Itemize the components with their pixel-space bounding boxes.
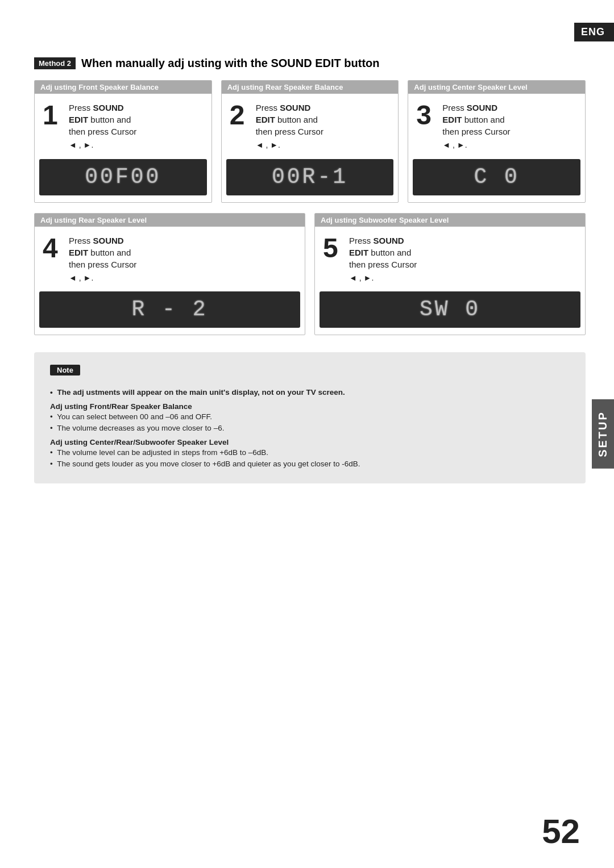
note-title: Note <box>50 365 80 375</box>
card4-body: 4 Press SOUND EDIT button and then press… <box>35 227 305 287</box>
card-front-speaker-balance: Adj usting Front Speaker Balance 1 Press… <box>34 80 212 203</box>
grid-row-2: Adj usting Rear Speaker Level 4 Press SO… <box>34 213 586 336</box>
card2-header: Adj usting Rear Speaker Balance <box>222 81 399 94</box>
card3-sound-bold: SOUND <box>467 103 497 112</box>
card4-cursor: ◄ , ►. <box>69 273 136 284</box>
card4-header: Adj usting Rear Speaker Level <box>35 214 305 227</box>
eng-badge: ENG <box>574 23 614 41</box>
card5-display: SW 0 <box>320 291 580 328</box>
card-center-speaker-level: Adj usting Center Speaker Level 3 Press … <box>408 80 586 203</box>
note-s1-b1: • You can select between 00 and –06 and … <box>50 412 570 421</box>
card5-cursor: ◄ , ►. <box>349 273 417 284</box>
card1-header: Adj usting Front Speaker Balance <box>35 81 211 94</box>
card2-edit-bold: EDIT <box>256 115 275 124</box>
card3-text: Press SOUND EDIT button and then press C… <box>442 102 510 151</box>
setup-badge: SETUP <box>592 399 614 469</box>
card3-display-text: C 0 <box>474 166 519 188</box>
card4-sound-bold: SOUND <box>93 236 124 245</box>
card1-cursor: ◄ , ►. <box>69 140 136 151</box>
card5-sound-bold: SOUND <box>374 236 404 245</box>
card1-display: 00F00 <box>39 159 207 195</box>
card4-step: 4 <box>43 235 63 262</box>
note-s1-b2: • The volume decreases as you move close… <box>50 424 570 432</box>
page-number: 52 <box>542 812 580 851</box>
card1-display-text: 00F00 <box>85 166 161 188</box>
card-subwoofer-level: Adj usting Subwoofer Speaker Level 5 Pre… <box>314 213 586 336</box>
card1-step: 1 <box>43 102 63 129</box>
card1-body: 1 Press SOUND EDIT button and then press… <box>35 94 211 155</box>
note-box: Note • The adj ustments will appear on t… <box>34 352 586 483</box>
card5-header: Adj usting Subwoofer Speaker Level <box>315 214 585 227</box>
method-heading: Method 2 When manually adj usting with t… <box>34 57 586 70</box>
card2-display: 00R-1 <box>226 159 394 195</box>
card3-display: C 0 <box>413 159 580 195</box>
card1-text: Press SOUND EDIT button and then press C… <box>69 102 136 151</box>
card2-display-text: 00R-1 <box>272 166 348 188</box>
card3-body: 3 Press SOUND EDIT button and then press… <box>408 94 585 155</box>
card1-sound-bold: SOUND <box>93 103 124 112</box>
note-s2-b1: • The volume level can be adjusted in st… <box>50 448 570 457</box>
note-main: • The adj ustments will appear on the ma… <box>50 388 570 397</box>
card-rear-speaker-level: Adj usting Rear Speaker Level 4 Press SO… <box>34 213 305 336</box>
card4-display: R - 2 <box>39 291 300 328</box>
card5-edit-bold: EDIT <box>349 248 368 257</box>
card5-body: 5 Press SOUND EDIT button and then press… <box>315 227 585 287</box>
method-title: When manually adj usting with the SOUND … <box>81 57 379 70</box>
page-container: ENG SETUP Method 2 When manually adj ust… <box>0 0 614 868</box>
note-s2-b2: • The sound gets louder as you move clos… <box>50 460 570 468</box>
card3-cursor: ◄ , ►. <box>442 140 510 151</box>
card4-text: Press SOUND EDIT button and then press C… <box>69 235 136 284</box>
card-rear-speaker-balance: Adj usting Rear Speaker Balance 2 Press … <box>221 80 399 203</box>
note-section1-title: Adj usting Front/Rear Speaker Balance <box>50 402 570 411</box>
card5-step: 5 <box>323 235 343 262</box>
method-badge: Method 2 <box>34 57 76 69</box>
card5-text: Press SOUND EDIT button and then press C… <box>349 235 417 284</box>
card3-step: 3 <box>416 102 437 129</box>
card3-edit-bold: EDIT <box>442 115 462 124</box>
card2-sound-bold: SOUND <box>280 103 310 112</box>
card4-edit-bold: EDIT <box>69 248 88 257</box>
card2-step: 2 <box>230 102 250 129</box>
card4-display-text: R - 2 <box>131 299 208 320</box>
card5-display-text: SW 0 <box>420 299 480 320</box>
card2-body: 2 Press SOUND EDIT button and then press… <box>222 94 399 155</box>
grid-row-1: Adj usting Front Speaker Balance 1 Press… <box>34 80 586 203</box>
note-section2-title: Adj usting Center/Rear/Subwoofer Speaker… <box>50 438 570 446</box>
card3-header: Adj usting Center Speaker Level <box>408 81 585 94</box>
card2-cursor: ◄ , ►. <box>256 140 323 151</box>
card2-text: Press SOUND EDIT button and then press C… <box>256 102 323 151</box>
card1-edit-bold: EDIT <box>69 115 88 124</box>
